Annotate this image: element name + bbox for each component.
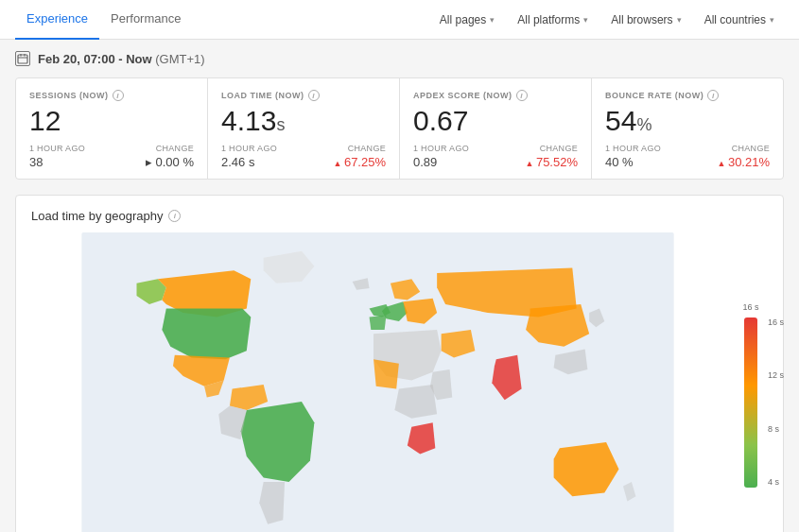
nav-filters: All pages ▾ All platforms ▾ All browsers… [430,9,784,30]
load-time-change: 67.25% [333,155,386,169]
info-icon[interactable]: i [707,90,719,101]
legend-label-4: 4 s [768,477,784,487]
filter-browsers[interactable]: All browsers ▾ [601,9,690,30]
map-legend: 16 s 16 s 12 s 8 s 4 s [734,302,768,488]
top-navigation: Experience Performance All pages ▾ All p… [0,0,799,40]
date-bar: Feb 20, 07:00 - Now (GMT+1) [15,51,784,66]
chevron-down-icon: ▾ [583,15,588,25]
calendar-icon [15,51,30,66]
legend-label-12: 12 s [768,370,784,380]
info-icon[interactable]: i [308,90,320,101]
metric-card-load-time: LOAD TIME (NOW) i 4.13s 1 HOUR AGO 2.46 … [208,78,399,179]
world-map [31,232,724,532]
bounce-rate-value: 54% [605,105,770,136]
main-content: Feb 20, 07:00 - Now (GMT+1) SESSIONS (NO… [0,40,799,532]
legend-label-top: 16 s [742,302,758,312]
apdex-change: 75.52% [525,155,578,169]
tab-experience[interactable]: Experience [15,0,99,40]
info-icon[interactable]: i [168,210,181,222]
svg-rect-0 [18,55,27,63]
date-range: Feb 20, 07:00 - Now (GMT+1) [38,52,205,66]
map-container: 16 s 16 s 12 s 8 s 4 s [31,232,768,532]
info-icon[interactable]: i [516,90,528,101]
legend-label-16: 16 s [768,317,784,327]
bounce-rate-change: 30.21% [717,155,770,169]
tab-group: Experience Performance [15,0,192,40]
info-icon[interactable]: i [113,90,124,101]
tab-performance[interactable]: Performance [99,0,192,40]
apdex-value: 0.67 [413,105,578,136]
sessions-change: ▸ 0.00 % [146,155,194,169]
filter-countries[interactable]: All countries ▾ [695,9,784,30]
chevron-down-icon: ▾ [490,15,495,25]
filter-pages[interactable]: All pages ▾ [430,9,504,30]
chevron-down-icon: ▾ [770,15,774,25]
map-card: Load time by geography i [15,195,784,532]
metric-card-apdex: APDEX SCORE (NOW) i 0.67 1 HOUR AGO 0.89… [400,78,591,179]
map-svg [31,232,724,532]
map-title: Load time by geography i [31,209,768,223]
chevron-down-icon: ▾ [677,15,682,25]
legend-label-8: 8 s [768,424,784,434]
metric-cards: SESSIONS (NOW) i 12 1 HOUR AGO 38 CHANGE… [15,77,784,180]
sessions-value: 12 [29,105,194,136]
metric-card-bounce-rate: BOUNCE RATE (NOW) i 54% 1 HOUR AGO 40 % … [592,78,783,179]
load-time-value: 4.13s [221,105,386,136]
metric-card-sessions: SESSIONS (NOW) i 12 1 HOUR AGO 38 CHANGE… [16,78,207,179]
filter-platforms[interactable]: All platforms ▾ [508,9,598,30]
legend-bar [744,317,757,488]
